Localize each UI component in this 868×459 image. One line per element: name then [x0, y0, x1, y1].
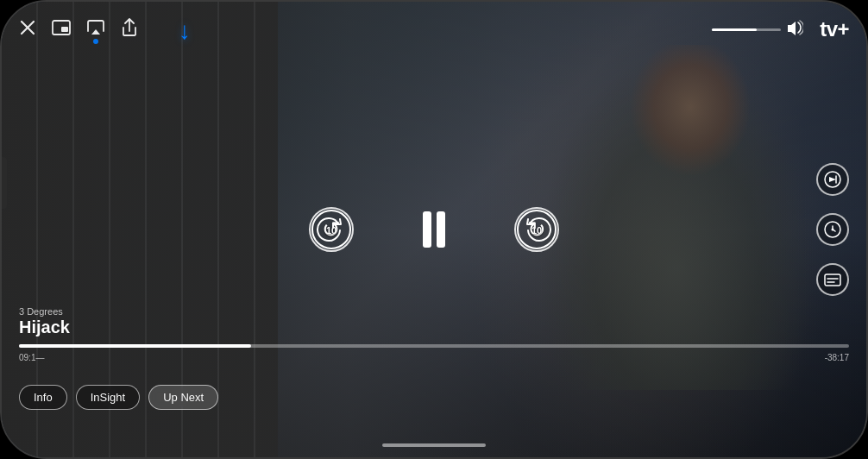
- pause-bar-left: [423, 211, 431, 248]
- pip-button[interactable]: [52, 20, 71, 40]
- ui-overlay: tv+ 10: [2, 2, 866, 457]
- rewind-button[interactable]: 10: [309, 207, 354, 252]
- volume-fill: [712, 28, 757, 31]
- forward-seconds-label: 10: [531, 225, 542, 236]
- share-button[interactable]: [121, 18, 138, 41]
- insight-tab[interactable]: InSight: [76, 385, 140, 410]
- subtitles-button[interactable]: [816, 263, 849, 296]
- phone-frame: ↓: [0, 0, 868, 459]
- center-controls: 10 10: [309, 207, 559, 252]
- airplay-button[interactable]: [86, 19, 105, 41]
- time-labels: 09:1— -38:17: [19, 353, 849, 362]
- audio-button[interactable]: [816, 213, 849, 246]
- progress-area: 3 Degrees Hijack 09:1— -38:17: [19, 306, 849, 362]
- home-indicator: [382, 443, 486, 447]
- pause-button[interactable]: [423, 211, 445, 248]
- right-side-controls: [816, 163, 849, 296]
- top-right-controls: tv+: [712, 17, 849, 41]
- tv-plus-text: tv+: [820, 17, 849, 41]
- up-next-tab[interactable]: Up Next: [148, 385, 218, 410]
- playback-speed-button[interactable]: [816, 163, 849, 196]
- progress-fill: [19, 344, 251, 348]
- show-info: 3 Degrees Hijack: [19, 306, 849, 337]
- volume-icon: [786, 20, 803, 39]
- svg-rect-9: [825, 274, 840, 286]
- show-title: Hijack: [19, 318, 849, 337]
- progress-bar[interactable]: [19, 344, 849, 348]
- volume-control[interactable]: [712, 20, 803, 39]
- elapsed-time: 09:1—: [19, 353, 44, 362]
- remaining-time: -38:17: [825, 353, 849, 362]
- close-button[interactable]: [19, 19, 36, 41]
- show-subtitle: 3 Degrees: [19, 306, 849, 317]
- svg-rect-3: [61, 27, 68, 32]
- blue-arrow-indicator: ↓: [179, 17, 191, 45]
- bottom-tabs: Info InSight Up Next: [19, 385, 218, 410]
- top-left-controls: [19, 18, 138, 41]
- rewind-seconds-label: 10: [326, 225, 337, 236]
- svg-point-8: [832, 229, 834, 231]
- volume-track: [712, 28, 781, 31]
- top-bar: tv+: [2, 17, 866, 41]
- apple-tv-logo: tv+: [817, 17, 849, 41]
- forward-button[interactable]: 10: [514, 207, 559, 252]
- info-tab[interactable]: Info: [19, 385, 67, 410]
- pause-bar-right: [437, 211, 445, 248]
